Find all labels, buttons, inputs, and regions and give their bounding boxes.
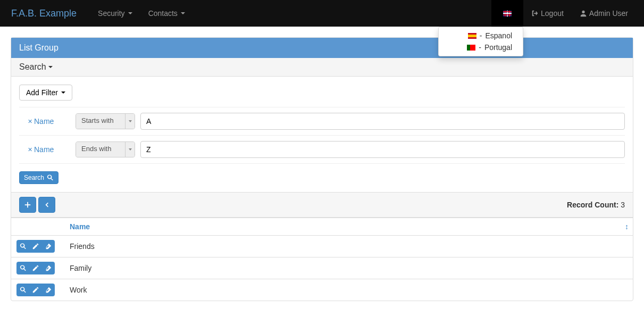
nav-contacts[interactable]: Contacts [140, 1, 193, 26]
select-toggle[interactable] [125, 142, 135, 157]
row-actions [16, 284, 55, 296]
nav-user[interactable]: Admin User [572, 0, 636, 27]
lang-option-pt[interactable]: - Portugal [439, 41, 523, 53]
caret-down-icon [61, 91, 65, 94]
edit-button[interactable] [29, 284, 42, 296]
filter-op-value: Ends with [76, 142, 125, 157]
user-icon [580, 10, 587, 17]
row-actions [16, 262, 55, 274]
search-button[interactable]: Search [19, 171, 58, 184]
delete-button[interactable] [42, 262, 55, 274]
language-dropdown[interactable]: - Espanol - Portugal [491, 0, 523, 27]
delete-button[interactable] [42, 284, 55, 296]
edit-icon [32, 286, 39, 294]
nav-user-label: Admin User [589, 9, 628, 18]
close-icon: ✕ [28, 146, 32, 153]
select-toggle[interactable] [125, 114, 135, 129]
caret-down-icon [48, 66, 53, 68]
caret-down-icon [128, 12, 132, 14]
record-count-value: 3 [621, 201, 625, 209]
sort-icon[interactable]: ↕ [625, 222, 629, 231]
plus-icon [24, 201, 31, 209]
lang-dash: - [479, 43, 481, 52]
filter-field-label: Name [34, 145, 54, 154]
flag-uk-icon [503, 11, 512, 16]
language-menu: - Espanol - Portugal [438, 27, 523, 56]
logout-icon [531, 10, 539, 17]
caret-down-icon [181, 12, 185, 14]
table-row: Friends [11, 236, 633, 257]
lang-dash: - [480, 31, 482, 40]
search-icon [19, 243, 27, 250]
filter-op-select[interactable]: Starts with [76, 113, 135, 129]
lang-option-es[interactable]: - Espanol [439, 30, 523, 41]
filter-op-value: Starts with [76, 114, 125, 129]
col-name-header[interactable]: Name ↕ [64, 218, 633, 236]
back-button[interactable] [38, 197, 55, 213]
table-row: Family [11, 257, 633, 279]
edit-icon [32, 264, 39, 272]
search-body: Add Filter ✕ Name Starts with ✕ Name [11, 77, 633, 192]
navbar: F.A.B. Example Security Contacts - Espan… [0, 0, 644, 27]
filter-field-label: Name [34, 117, 54, 126]
edit-icon [32, 243, 39, 250]
show-button[interactable] [16, 262, 29, 274]
caret-down-icon [129, 120, 132, 122]
add-filter-label: Add Filter [26, 88, 58, 97]
panel-title: List Group [11, 38, 633, 58]
eraser-icon [45, 286, 52, 294]
caret-down-icon [129, 148, 132, 151]
nav-logout[interactable]: Logout [523, 0, 572, 27]
show-button[interactable] [16, 240, 29, 253]
flag-pt-icon [467, 45, 475, 51]
filter-value-input[interactable] [140, 141, 625, 158]
nav-security[interactable]: Security [90, 1, 140, 26]
lang-es-label: Espanol [485, 31, 512, 40]
panel-list-group: List Group Search Add Filter ✕ Name Star… [11, 37, 633, 301]
nav-security-label: Security [98, 9, 125, 18]
eraser-icon [45, 243, 52, 250]
flag-es-icon [468, 33, 476, 39]
search-icon [19, 264, 27, 272]
record-count-label: Record Count: [567, 201, 618, 209]
search-toggle[interactable]: Search [11, 58, 633, 77]
arrow-left-icon [43, 201, 51, 209]
add-filter-button[interactable]: Add Filter [19, 85, 72, 101]
search-icon [46, 174, 54, 181]
edit-button[interactable] [29, 240, 42, 253]
record-count: Record Count: 3 [567, 201, 625, 209]
cell-name: Family [64, 257, 633, 279]
close-icon: ✕ [28, 118, 32, 125]
eraser-icon [45, 264, 52, 272]
filter-op-select[interactable]: Ends with [76, 141, 135, 157]
col-name-label: Name [70, 222, 90, 231]
nav-logout-label: Logout [541, 9, 564, 18]
nav-contacts-label: Contacts [148, 9, 178, 18]
filter-value-input[interactable] [140, 113, 625, 130]
search-button-label: Search [24, 174, 44, 181]
search-icon [19, 286, 27, 294]
search-toggle-label: Search [19, 62, 46, 72]
delete-button[interactable] [42, 240, 55, 253]
col-actions-header [11, 218, 64, 236]
row-actions [16, 240, 55, 253]
table-row: Work [11, 279, 633, 301]
show-button[interactable] [16, 284, 29, 296]
add-button[interactable] [19, 197, 36, 213]
cell-name: Work [64, 279, 633, 301]
remove-filter[interactable]: ✕ Name [19, 145, 70, 154]
brand-link[interactable]: F.A.B. Example [8, 8, 85, 19]
filter-row: ✕ Name Ends with [19, 136, 625, 164]
lang-pt-label: Portugal [484, 43, 512, 52]
edit-button[interactable] [29, 262, 42, 274]
data-table: Name ↕ Friends Family [11, 218, 633, 301]
remove-filter[interactable]: ✕ Name [19, 117, 70, 126]
cell-name: Friends [64, 236, 633, 257]
list-toolbar: Record Count: 3 [11, 192, 633, 218]
filter-row: ✕ Name Starts with [19, 107, 625, 136]
